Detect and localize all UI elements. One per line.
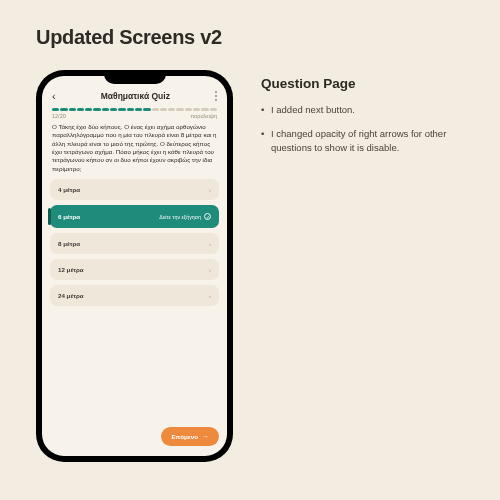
chevron-right-icon: ›	[209, 187, 211, 193]
question-text: Ο Τάκης έχει δύο κήπους. Ο ένας έχει σχή…	[42, 123, 227, 179]
answer-option-correct[interactable]: 6 μέτραΔείτε την εξήγηση✓	[50, 205, 219, 228]
next-button[interactable]: Επόμενο →	[161, 427, 219, 446]
skip-link[interactable]: παραλειψη	[190, 113, 217, 119]
next-button-row: Επόμενο →	[42, 419, 227, 456]
answer-list: 4 μέτρα›6 μέτραΔείτε την εξήγηση✓8 μέτρα…	[42, 179, 227, 306]
page-title: Updated Screens v2	[36, 26, 222, 49]
answer-option[interactable]: 8 μέτρα›	[50, 233, 219, 254]
notes-column: Question Page I added next button.I chan…	[261, 70, 480, 500]
chevron-right-icon: ›	[209, 293, 211, 299]
explanation-link[interactable]: Δείτε την εξήγηση✓	[159, 213, 211, 220]
notes-heading: Question Page	[261, 76, 480, 91]
next-button-label: Επόμενο	[171, 433, 198, 440]
answer-label: 4 μέτρα	[58, 186, 80, 193]
answer-option[interactable]: 24 μέτρα›	[50, 285, 219, 306]
more-icon[interactable]	[215, 91, 217, 102]
question-counter: 12/20	[52, 113, 66, 119]
quiz-title: Μαθηματικά Quiz	[101, 91, 170, 101]
chevron-right-icon: ›	[209, 267, 211, 273]
check-icon: ✓	[204, 213, 211, 220]
progress-meta: 12/20 παραλειψη	[42, 111, 227, 123]
chevron-right-icon: ›	[209, 241, 211, 247]
answer-label: 24 μέτρα	[58, 292, 84, 299]
phone-notch	[104, 70, 166, 84]
answer-label: 12 μέτρα	[58, 266, 84, 273]
answer-label: 6 μέτρα	[58, 213, 80, 220]
phone-screen: ‹ Μαθηματικά Quiz 12/20 παραλειψη Ο Τάκη…	[42, 76, 227, 456]
content-row: ‹ Μαθηματικά Quiz 12/20 παραλειψη Ο Τάκη…	[36, 70, 480, 500]
arrow-right-icon: →	[202, 433, 209, 440]
note-item: I added next button.	[261, 103, 480, 117]
notes-list: I added next button.I changed opacity of…	[261, 103, 480, 154]
back-button[interactable]: ‹	[52, 90, 56, 102]
answer-option[interactable]: 4 μέτρα›	[50, 179, 219, 200]
answer-option[interactable]: 12 μέτρα›	[50, 259, 219, 280]
phone-frame: ‹ Μαθηματικά Quiz 12/20 παραλειψη Ο Τάκη…	[36, 70, 233, 462]
answer-label: 8 μέτρα	[58, 240, 80, 247]
note-item: I changed opacity of right arrows for ot…	[261, 127, 480, 155]
